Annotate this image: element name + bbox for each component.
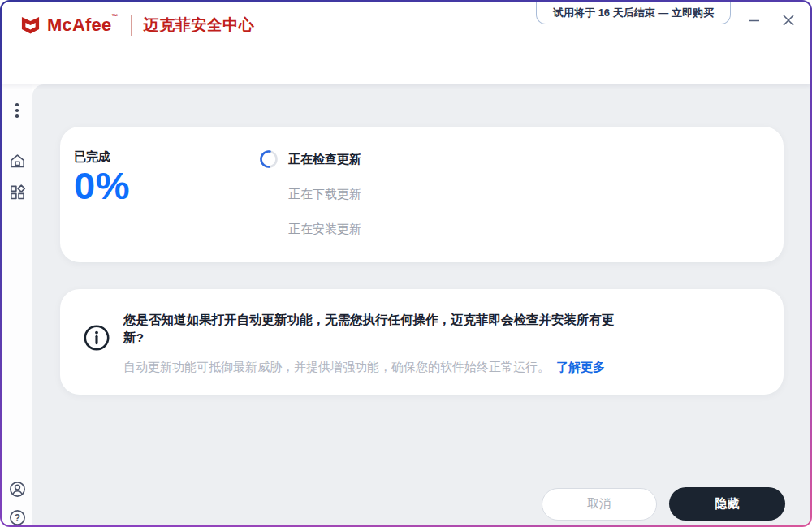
account-icon[interactable] [7,479,27,499]
update-progress-card: 已完成 0% 正在检查更新 [60,127,784,262]
progress-percent: 0% [74,165,259,207]
auto-update-info-card: 您是否知道如果打开自动更新功能，无需您执行任何操作，迈克菲即会检查并安装所有更新… [60,289,784,395]
info-description-row: 自动更新功能可抵御最新威胁，并提供增强功能，确保您的软件始终正常运行。了解更多 [123,358,620,375]
spinner-icon [259,149,279,169]
close-button[interactable] [778,10,799,31]
update-steps: 正在检查更新 正在下载更新 正在安装更新 [259,146,361,243]
step-checking-updates: 正在检查更新 [259,149,361,169]
app-window: McAfee™ 迈克菲安全中心 试用将于 16 天后结束 — 立即购买 [2,2,810,525]
step-label: 正在下载更新 [288,187,361,202]
brand-divider [131,15,132,36]
completed-label: 已完成 [74,149,259,165]
step-label: 正在安装更新 [288,222,361,237]
learn-more-link[interactable]: 了解更多 [556,360,605,374]
header: McAfee™ 迈克菲安全中心 试用将于 16 天后结束 — 立即购买 [2,2,810,84]
info-icon [83,309,110,375]
brand-trademark: ™ [111,13,118,20]
close-icon [780,12,797,28]
hide-button[interactable]: 隐藏 [669,487,785,521]
product-title: 迈克菲安全中心 [144,15,255,36]
apps-grid-icon[interactable] [7,182,27,201]
info-description: 自动更新功能可抵御最新威胁，并提供增强功能，确保您的软件始终正常运行。 [123,360,550,374]
info-text: 您是否知道如果打开自动更新功能，无需您执行任何操作，迈克菲即会检查并安装所有更新… [123,309,620,375]
step-installing-updates: 正在安装更新 [259,219,361,239]
trial-banner-button[interactable]: 试用将于 16 天后结束 — 立即购买 [536,2,731,24]
brand-text: McAfee [47,15,111,35]
minimize-button[interactable] [744,10,765,31]
info-question: 您是否知道如果打开自动更新功能，无需您执行任何操作，迈克菲即会检查并安装所有更新… [123,311,620,348]
footer-actions: 取消 隐藏 [32,487,810,525]
main-content: 已完成 0% 正在检查更新 [32,84,810,525]
window-controls [744,10,799,31]
minimize-icon [746,12,762,28]
home-icon[interactable] [7,151,27,171]
window-frame: McAfee™ 迈克菲安全中心 试用将于 16 天后结束 — 立即购买 [0,0,812,527]
step-downloading-updates: 正在下载更新 [259,184,361,204]
progress-summary: 已完成 0% [74,146,259,243]
mcafee-shield-icon [19,15,41,36]
svg-text:?: ? [14,512,19,523]
brand-name: McAfee™ [47,15,119,36]
help-icon[interactable]: ? [7,508,27,525]
app-body: ? 已完成 0% [2,84,810,525]
step-label: 正在检查更新 [288,152,361,167]
cancel-button[interactable]: 取消 [542,488,657,521]
kebab-menu-icon[interactable] [7,101,27,120]
sidebar: ? [2,84,32,525]
